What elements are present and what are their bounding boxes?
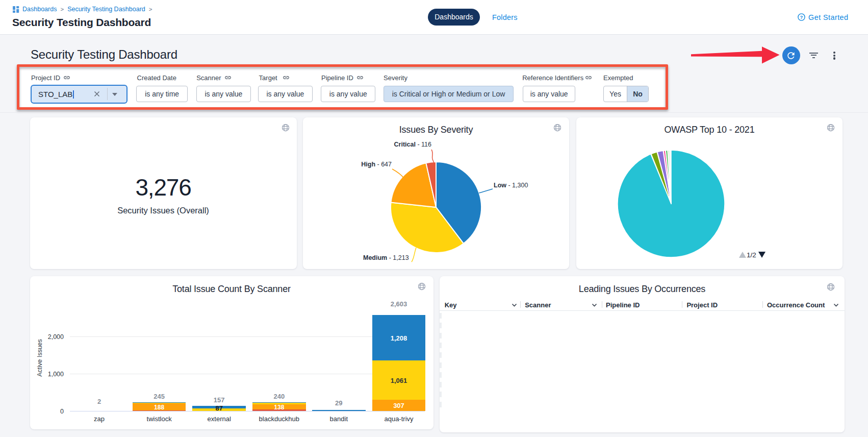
- svg-text:?: ?: [800, 14, 803, 20]
